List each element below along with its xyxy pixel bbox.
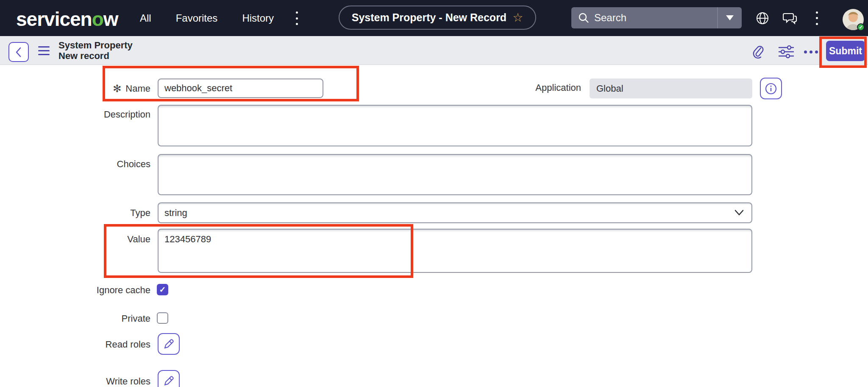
- logo-text: servicen: [16, 8, 92, 30]
- form-content: ✻Name Application Global Description Cho…: [0, 65, 868, 387]
- write-roles-label: Write roles: [0, 376, 150, 387]
- type-selected-value: string: [164, 208, 187, 219]
- servicenow-app: servicenow All Favorites History System …: [0, 0, 868, 387]
- form-toolbar: System Property New record Submit: [0, 36, 868, 65]
- nav-item-favorites[interactable]: Favorites: [176, 12, 218, 24]
- page-title-line1: System Property: [58, 40, 133, 50]
- page-title-line2: New record: [58, 50, 133, 61]
- nav-more-menu-icon[interactable]: [294, 11, 299, 25]
- search-input[interactable]: [594, 12, 717, 24]
- write-roles-edit-button[interactable]: [158, 370, 180, 387]
- private-label: Private: [0, 313, 150, 324]
- private-checkbox[interactable]: [157, 312, 168, 324]
- application-label: Application: [431, 82, 581, 93]
- chevron-down-icon: [734, 209, 744, 216]
- global-search-box[interactable]: [571, 7, 742, 28]
- globe-icon[interactable]: [753, 0, 772, 36]
- required-marker: ✻: [113, 83, 121, 94]
- read-roles-edit-button[interactable]: [158, 333, 180, 355]
- read-roles-label: Read roles: [0, 339, 150, 350]
- status-online-badge: ✓: [857, 23, 865, 31]
- value-label: Value: [0, 234, 150, 245]
- nav-item-all[interactable]: All: [140, 12, 151, 24]
- top-nav-bar: servicenow All Favorites History System …: [0, 0, 868, 36]
- ignore-cache-checkbox[interactable]: ✓: [157, 284, 168, 295]
- ignore-cache-label: Ignore cache: [0, 285, 150, 296]
- back-button[interactable]: [8, 42, 29, 62]
- application-info-button[interactable]: [760, 78, 782, 99]
- search-icon: [578, 12, 589, 23]
- description-label: Description: [0, 109, 150, 120]
- value-textarea[interactable]: 123456789: [158, 229, 752, 273]
- favorite-star-icon[interactable]: ☆: [512, 12, 523, 24]
- description-textarea[interactable]: [158, 105, 752, 146]
- tab-title: System Property - New Record: [352, 11, 506, 24]
- personalize-form-sliders-icon[interactable]: [776, 42, 796, 62]
- chevron-left-icon: [14, 47, 23, 58]
- chevron-down-icon: [726, 15, 734, 20]
- chat-icon[interactable]: [781, 0, 799, 36]
- type-select[interactable]: string: [158, 202, 752, 223]
- avatar[interactable]: ✓: [843, 9, 864, 30]
- primary-nav: All Favorites History: [140, 0, 274, 36]
- type-label: Type: [0, 208, 150, 219]
- attachment-paperclip-icon[interactable]: [748, 42, 768, 62]
- choices-label: Choices: [0, 159, 150, 170]
- info-icon: [765, 82, 777, 95]
- current-tab-pill[interactable]: System Property - New Record ☆: [339, 6, 536, 30]
- submit-button[interactable]: Submit: [826, 41, 865, 61]
- servicenow-logo[interactable]: servicenow: [16, 8, 118, 31]
- search-scope-dropdown[interactable]: [718, 7, 742, 28]
- nav-item-history[interactable]: History: [242, 12, 274, 24]
- name-label: ✻Name: [0, 82, 150, 94]
- choices-textarea[interactable]: [158, 154, 752, 195]
- user-menu-kebab-icon[interactable]: [807, 0, 826, 36]
- logo-green-o: o: [92, 8, 103, 30]
- application-value: Global: [596, 83, 623, 94]
- more-options-icon[interactable]: [801, 42, 821, 62]
- application-readonly-field: Global: [590, 79, 752, 98]
- page-title: System Property New record: [58, 40, 133, 61]
- logo-text-end: w: [103, 8, 118, 30]
- check-icon: ✓: [159, 285, 166, 294]
- name-input[interactable]: [158, 79, 323, 98]
- form-context-menu-icon[interactable]: [38, 46, 50, 55]
- pencil-icon: [163, 375, 175, 387]
- pencil-icon: [163, 338, 175, 350]
